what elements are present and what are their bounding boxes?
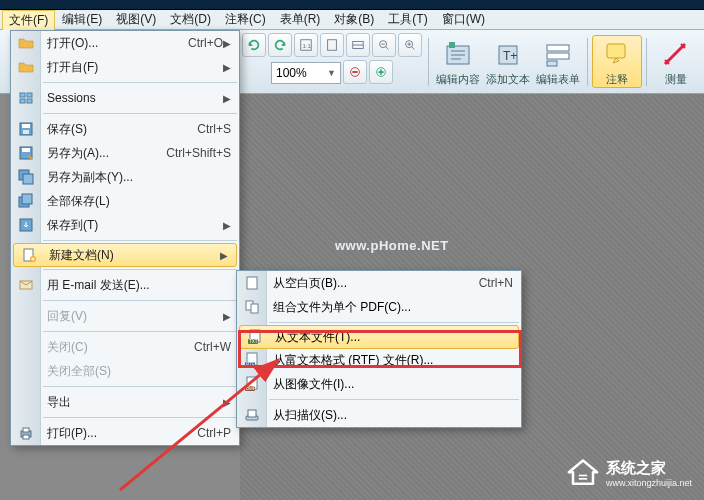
- edit-content-label: 编辑内容: [436, 72, 480, 87]
- annotate-button[interactable]: 注释: [592, 35, 642, 88]
- menu-tools[interactable]: 工具(T): [381, 9, 434, 30]
- file-menu-item-8[interactable]: 全部保存(L): [11, 189, 239, 213]
- menu-item-label: 组合文件为单个 PDF(C)...: [273, 299, 513, 316]
- svg-rect-38: [251, 304, 258, 313]
- menu-item-label: 导出: [47, 394, 223, 411]
- print-icon: [17, 424, 35, 442]
- file-menu-item-15: 回复(V)▶: [11, 304, 239, 328]
- menu-comment[interactable]: 注释(C): [218, 9, 273, 30]
- file-menu-item-7[interactable]: 另存为副本(Y)...: [11, 165, 239, 189]
- file-menu-item-18: 关闭全部(S): [11, 359, 239, 383]
- svg-rect-16: [20, 93, 25, 97]
- file-menu-item-22[interactable]: 打印(P)...Ctrl+P: [11, 421, 239, 445]
- blank-icon: [243, 274, 261, 292]
- newdoc-menu-item-1[interactable]: 组合文件为单个 PDF(C)...: [237, 295, 521, 319]
- menu-item-label: 另存为副本(Y)...: [47, 169, 231, 186]
- menu-edit[interactable]: 编辑(E): [55, 9, 109, 30]
- svg-rect-28: [22, 194, 32, 204]
- menu-item-label: 打开(O)...: [47, 35, 176, 52]
- fit-width-button[interactable]: [346, 33, 370, 57]
- new-document-submenu: 从空白页(B)...Ctrl+N组合文件为单个 PDF(C)...TXT从文本文…: [236, 270, 522, 428]
- menu-item-label: 从富文本格式 (RTF) 文件(R)...: [273, 352, 513, 369]
- savecopy-icon: [17, 168, 35, 186]
- txt-icon: TXT: [246, 328, 264, 346]
- svg-rect-35: [23, 435, 29, 439]
- save-icon: [17, 120, 35, 138]
- menu-file[interactable]: 文件(F): [2, 10, 55, 30]
- svg-rect-18: [20, 99, 25, 103]
- svg-text:1:1: 1:1: [303, 41, 312, 48]
- svg-rect-24: [22, 148, 30, 152]
- svg-rect-52: [579, 478, 587, 480]
- newdoc-menu-item-4[interactable]: RTF从富文本格式 (RTF) 文件(R)...: [237, 348, 521, 372]
- menu-form[interactable]: 表单(R): [273, 9, 328, 30]
- newdoc-menu-item-7[interactable]: 从扫描仪(S)...: [237, 403, 521, 427]
- fit-page-button[interactable]: [320, 33, 344, 57]
- menu-document[interactable]: 文档(D): [163, 9, 218, 30]
- svg-rect-15: [607, 44, 625, 58]
- newdoc-menu-item-0[interactable]: 从空白页(B)...Ctrl+N: [237, 271, 521, 295]
- newdoc-menu-item-5[interactable]: BMP从图像文件(I)...: [237, 372, 521, 396]
- bmp-icon: BMP: [243, 375, 261, 393]
- zoom-combo[interactable]: 100%▼: [271, 62, 341, 84]
- file-menu-item-0[interactable]: 打开(O)...Ctrl+O▶: [11, 31, 239, 55]
- menu-object[interactable]: 对象(B): [327, 9, 381, 30]
- svg-text:RTF: RTF: [246, 362, 255, 367]
- zoom-decrease-button[interactable]: [343, 60, 367, 84]
- add-text-button[interactable]: T+ 添加文本: [483, 36, 533, 87]
- saveall-icon: [17, 192, 35, 210]
- svg-rect-21: [22, 124, 30, 128]
- svg-rect-9: [449, 42, 455, 48]
- menu-item-label: 关闭全部(S): [47, 363, 231, 380]
- brand-badge: 系统之家 www.xitongzhuijia.net: [566, 458, 692, 488]
- add-text-label: 添加文本: [486, 72, 530, 87]
- menu-item-shortcut: Ctrl+Shift+S: [166, 146, 231, 160]
- rtf-icon: RTF: [243, 351, 261, 369]
- menu-view[interactable]: 视图(V): [109, 9, 163, 30]
- submenu-arrow-icon: ▶: [223, 311, 231, 322]
- menu-item-label: 全部保存(L): [47, 193, 231, 210]
- zoom-out-button[interactable]: [372, 33, 396, 57]
- measure-button[interactable]: 测量: [651, 36, 701, 87]
- actual-size-button[interactable]: 1:1: [294, 33, 318, 57]
- file-menu-item-20[interactable]: 导出▶: [11, 390, 239, 414]
- file-menu-item-9[interactable]: 保存到(T)▶: [11, 213, 239, 237]
- file-menu-item-5[interactable]: 保存(S)Ctrl+S: [11, 117, 239, 141]
- folder-icon: [17, 58, 35, 76]
- svg-rect-14: [547, 61, 557, 66]
- file-menu-item-13[interactable]: 用 E-mail 发送(E)...: [11, 273, 239, 297]
- submenu-arrow-icon: ▶: [223, 62, 231, 73]
- mail-icon: [17, 276, 35, 294]
- svg-text:TXT: TXT: [249, 339, 258, 344]
- menu-item-label: Sessions: [47, 91, 223, 105]
- edit-form-button[interactable]: 编辑表单: [533, 36, 583, 87]
- svg-rect-22: [23, 130, 29, 134]
- submenu-arrow-icon: ▶: [223, 93, 231, 104]
- menu-item-label: 从空白页(B)...: [273, 275, 467, 292]
- file-menu-item-3[interactable]: Sessions▶: [11, 86, 239, 110]
- watermark-text: www.pHome.NET: [335, 238, 449, 253]
- edit-form-label: 编辑表单: [536, 72, 580, 87]
- newdoc-menu-item-3[interactable]: TXT从文本文件(T)...: [239, 325, 519, 349]
- saveas-icon: [17, 144, 35, 162]
- menu-item-label: 打开自(F): [47, 59, 223, 76]
- menu-item-label: 用 E-mail 发送(E)...: [47, 277, 231, 294]
- menu-item-label: 另存为(A)...: [47, 145, 154, 162]
- edit-content-button[interactable]: 编辑内容: [433, 36, 483, 87]
- zoom-increase-button[interactable]: [369, 60, 393, 84]
- menu-window[interactable]: 窗口(W): [435, 9, 492, 30]
- file-menu-item-1[interactable]: 打开自(F)▶: [11, 55, 239, 79]
- svg-rect-17: [27, 93, 32, 97]
- file-menu-item-11[interactable]: 新建文档(N)▶: [13, 243, 237, 267]
- submenu-arrow-icon: ▶: [223, 38, 231, 49]
- rotate-cw-button[interactable]: [268, 33, 292, 57]
- brand-name-cn: 系统之家: [606, 459, 692, 478]
- menu-item-label: 打印(P)...: [47, 425, 185, 442]
- rotate-ccw-button[interactable]: [242, 33, 266, 57]
- measure-label: 测量: [665, 72, 687, 87]
- svg-rect-12: [547, 45, 569, 51]
- zoom-in-button[interactable]: [398, 33, 422, 57]
- file-menu-item-6[interactable]: 另存为(A)...Ctrl+Shift+S: [11, 141, 239, 165]
- zoom-value: 100%: [276, 66, 307, 80]
- menu-item-label: 回复(V): [47, 308, 223, 325]
